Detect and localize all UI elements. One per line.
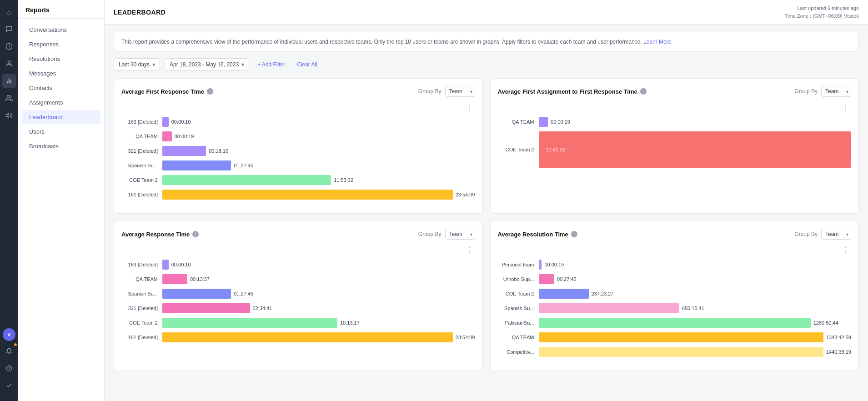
bar-chart-3: 163 [Deleted] 00:00:10 QA TEAM 00:13:37 [121, 258, 475, 349]
table-row: COE Team 2 237:23:27 [498, 289, 852, 299]
table-row: 163 [Deleted] 00:00:10 [121, 117, 475, 127]
chart-menu-3[interactable]: ⋮ [464, 245, 475, 256]
chart-header-2: Average First Assignment to First Respon… [498, 86, 852, 97]
group-by-select-4[interactable]: Team Agent [821, 229, 851, 240]
avg-first-assignment-chart: Average First Assignment to First Respon… [490, 78, 859, 214]
avg-resolution-chart: Average Resolution Time i Group By Team … [490, 221, 859, 371]
table-row: QA TEAM 1348:42:59 [498, 332, 852, 342]
group-by-select-3[interactable]: Team Agent [445, 229, 475, 240]
table-row: 161 [Deleted] 23:54:09 [121, 190, 475, 200]
sidebar-title: Reports [18, 0, 104, 19]
notification-badge [14, 343, 17, 346]
chart-title-row-3: Average Response Time i [121, 231, 199, 238]
home-icon[interactable]: ⌂ [2, 5, 16, 19]
resolve-icon[interactable] [2, 39, 16, 54]
table-row: COE Team 2 11:41:32 [498, 131, 852, 168]
table-row: Competitiv... 1440:38:19 [498, 347, 852, 357]
sidebar-item-resolutions[interactable]: Resolutions [22, 52, 100, 66]
contact-icon[interactable] [2, 56, 16, 71]
team-icon[interactable] [2, 91, 16, 105]
chart-title-row-1: Average First Response Time i [121, 88, 213, 95]
filter-bar: Last 30 days ▾ Apr 18, 2023 - May 16, 20… [114, 58, 859, 71]
sidebar-item-messages[interactable]: Messages [22, 66, 100, 80]
table-row: QA TEAM 00:13:37 [121, 274, 475, 284]
svg-point-1 [8, 61, 10, 63]
chart-title-3: Average Response Time [121, 231, 190, 238]
group-by-row-3: Group By Team Agent [418, 229, 475, 240]
sidebar-item-users[interactable]: Users [22, 125, 100, 139]
chart-menu-4[interactable]: ⋮ [840, 245, 851, 256]
group-by-select-1[interactable]: Team Agent [445, 86, 475, 97]
svg-point-5 [7, 95, 9, 98]
table-row: QA TEAM 00:00:19 [498, 117, 852, 127]
chart-title-row-2: Average First Assignment to First Respon… [498, 88, 647, 95]
sidebar-item-contacts[interactable]: Contacts [22, 81, 100, 95]
bar-chart-2: QA TEAM 00:00:19 COE Team 2 11:41:32 [498, 115, 852, 174]
chat-icon[interactable] [2, 22, 16, 36]
sidebar-item-broadcasts[interactable]: Broadcasts [22, 139, 100, 153]
svg-marker-6 [6, 113, 9, 117]
app-container: ⌂ V [0, 0, 868, 401]
table-row: Spanish Su... 01:27:45 [121, 160, 475, 170]
add-filter-button[interactable]: + Add Filter [254, 59, 289, 70]
bar-chart-1: 163 [Deleted] 00:00:10 QA TEAM 00:00:19 [121, 115, 475, 206]
chart-menu-2[interactable]: ⋮ [840, 102, 851, 113]
group-by-row-4: Group By Team Agent [794, 229, 851, 240]
chart-title-4: Average Resolution Time [498, 231, 568, 238]
table-row: Urhobo Sup... 00:27:45 [498, 274, 852, 284]
notification-icon[interactable] [2, 344, 16, 358]
avg-first-response-chart: Average First Response Time i Group By T… [114, 78, 483, 214]
sidebar-item-responses[interactable]: Responses [22, 37, 100, 51]
broadcast-icon[interactable] [2, 108, 16, 123]
table-row: Spanish Su... 01:27:45 [121, 289, 475, 299]
chart-header-1: Average First Response Time i Group By T… [121, 86, 475, 97]
group-by-row-2: Group By Team Agent [794, 86, 851, 97]
chart-info-icon-2: i [640, 88, 647, 95]
chart-title-2: Average First Assignment to First Respon… [498, 88, 637, 95]
chart-title-row-4: Average Resolution Time i [498, 231, 577, 238]
table-row: QA TEAM 00:00:19 [121, 131, 475, 141]
check-icon[interactable] [2, 378, 16, 393]
chart-info-icon-4: i [571, 231, 577, 237]
date-range-select[interactable]: Last 30 days ▾ [114, 58, 160, 71]
avg-response-chart: Average Response Time i Group By Team Ag… [114, 221, 483, 371]
reports-icon[interactable] [2, 74, 16, 88]
group-by-row-1: Group By Team Agent [418, 86, 475, 97]
sidebar-nav: Conversations Responses Resolutions Mess… [18, 19, 104, 401]
sidebar-item-leaderboard[interactable]: Leaderboard [22, 110, 100, 124]
info-bar: This report provides a comprehensive vie… [114, 32, 859, 52]
main-content: LEADERBOARD Last updated 6 minutes ago T… [105, 0, 868, 401]
group-by-select-2[interactable]: Team Agent [821, 86, 851, 97]
table-row: Spanish Su... 650:15:41 [498, 303, 852, 313]
chart-header-4: Average Resolution Time i Group By Team … [498, 229, 852, 240]
sidebar-item-assignments[interactable]: Assignments [22, 95, 100, 110]
chart-title-1: Average First Response Time [121, 88, 204, 95]
table-row: Personal team 00:00:19 [498, 260, 852, 270]
table-row: 321 [Deleted] 00:18:10 [121, 146, 475, 156]
table-row: 163 [Deleted] 00:00:10 [121, 260, 475, 270]
table-row: COE Team 2 10:13:17 [121, 318, 475, 328]
topbar-meta: Last updated 6 minutes ago Time Zone : (… [785, 5, 859, 20]
page-title: LEADERBOARD [114, 9, 166, 16]
page-body: This report provides a comprehensive vie… [105, 25, 868, 401]
table-row: 161 [Deleted] 23:54:09 [121, 332, 475, 342]
table-row: PakistanSu... 1260:50:44 [498, 318, 852, 328]
learn-more-link[interactable]: Learn More [643, 39, 671, 45]
chart-info-icon-1: i [207, 88, 213, 95]
help-icon[interactable] [2, 361, 16, 376]
topbar: LEADERBOARD Last updated 6 minutes ago T… [105, 0, 868, 25]
chart-menu-1[interactable]: ⋮ [464, 102, 475, 113]
chart-info-icon-3: i [192, 231, 199, 237]
bar-chart-4: Personal team 00:00:19 Urhobo Sup... 00:… [498, 258, 852, 363]
icon-rail: ⌂ V [0, 0, 18, 401]
date-picker[interactable]: Apr 18, 2023 - May 16, 2023 ▾ [165, 58, 249, 71]
sidebar-item-conversations[interactable]: Conversations [22, 23, 100, 37]
table-row: 321 [Deleted] 02:34:41 [121, 303, 475, 313]
clear-all-button[interactable]: Clear All [293, 59, 321, 70]
charts-grid: Average First Response Time i Group By T… [114, 78, 859, 371]
sidebar-panel: Reports Conversations Responses Resoluti… [18, 0, 105, 401]
table-row: COE Team 2 11:53:32 [121, 175, 475, 185]
chart-header-3: Average Response Time i Group By Team Ag… [121, 229, 475, 240]
user-avatar[interactable]: V [3, 328, 15, 341]
